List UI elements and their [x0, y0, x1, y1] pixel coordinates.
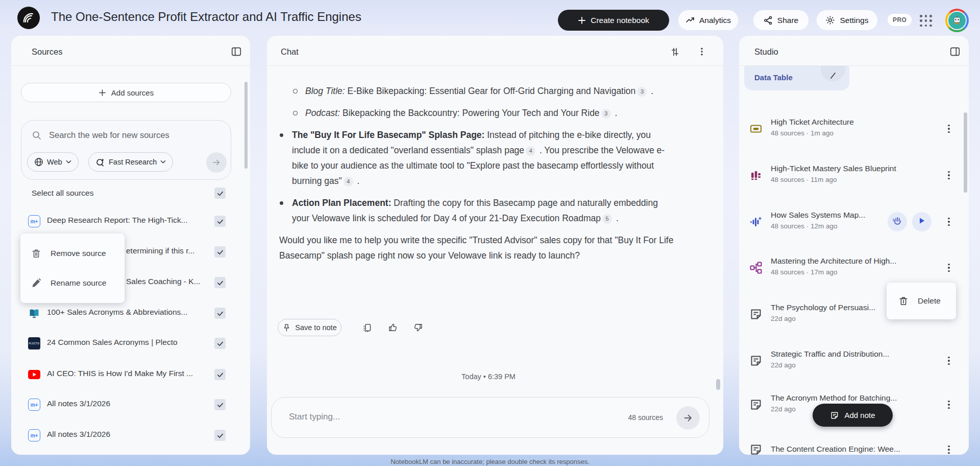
citation-badge[interactable]: 4: [526, 146, 535, 156]
search-input[interactable]: Search the web for new sources: [49, 130, 169, 140]
studio-item-title: Mastering the Architecture of High...: [771, 257, 924, 266]
play-button[interactable]: [912, 212, 932, 231]
notebook-title[interactable]: The One-Sentence Profit Extractor and AI…: [51, 10, 361, 24]
settings-label: Settings: [840, 16, 868, 25]
source-checkbox[interactable]: [214, 399, 226, 410]
send-button[interactable]: [676, 406, 700, 430]
source-checkbox[interactable]: [214, 308, 226, 319]
rename-source-menu-item[interactable]: Rename source: [20, 268, 125, 298]
source-checkbox[interactable]: [214, 246, 226, 258]
more-options-icon[interactable]: [942, 398, 955, 411]
account-avatar[interactable]: [945, 9, 969, 32]
data-table-label: Data Table: [754, 73, 793, 82]
chat-more-options-icon[interactable]: [695, 45, 708, 58]
source-row[interactable]: 100+ Sales Acronyms & Abbreviations...: [11, 301, 250, 325]
text-segment: E-Bike Bikepacking: Essential Gear for O…: [345, 86, 636, 96]
studio-item-row[interactable]: Mastering the Architecture of High...48 …: [739, 254, 969, 281]
data-table-tile[interactable]: Data Table: [744, 66, 849, 90]
select-all-checkbox[interactable]: [214, 188, 226, 199]
plecto-icon: PLECTO: [28, 337, 40, 350]
text-segment: .: [612, 108, 618, 118]
source-row[interactable]: PLECTO24 Common Sales Acronyms | Plecto: [11, 331, 250, 356]
chat-message: The "Buy It For Life Basecamp" Splash Pa…: [273, 127, 676, 189]
analytics-button[interactable]: Analytics: [678, 10, 739, 31]
pencil-tip-icon: [829, 70, 837, 81]
more-options-icon[interactable]: [942, 443, 955, 455]
studio-item-row[interactable]: Strategic Traffic and Distribution...22d…: [739, 347, 969, 374]
more-options-icon[interactable]: [942, 122, 955, 135]
chat-scrollbar[interactable]: [716, 379, 720, 390]
source-checkbox[interactable]: [214, 430, 226, 441]
studio-scrollbar[interactable]: [964, 112, 967, 193]
sources-panel-title: Sources: [32, 47, 63, 57]
studio-item-row[interactable]: High Ticket Architecture48 sources · 1m …: [739, 115, 969, 142]
thumbs-up-icon[interactable]: [386, 320, 400, 335]
research-mode-dropdown[interactable]: Fast Research: [88, 152, 173, 172]
copy-icon[interactable]: [360, 320, 374, 335]
add-sources-button[interactable]: Add sources: [21, 83, 231, 102]
apps-grid-icon[interactable]: [919, 14, 933, 28]
web-scope-dropdown[interactable]: Web: [27, 152, 79, 172]
sources-scrollbar[interactable]: [244, 82, 248, 169]
text-segment: The "Buy It For Life Basecamp" Splash Pa…: [292, 130, 484, 140]
edit-circle-button[interactable]: [821, 66, 845, 81]
more-options-icon[interactable]: [942, 169, 955, 182]
remove-source-menu-item[interactable]: Remove source: [20, 239, 125, 268]
source-checkbox[interactable]: [214, 277, 226, 288]
notebooklm-logo-icon[interactable]: [17, 7, 40, 29]
more-options-icon[interactable]: [942, 215, 955, 228]
globe-icon: [34, 157, 43, 167]
flashcards-icon: [749, 122, 763, 135]
source-title: Sales Coaching - K...: [126, 277, 213, 286]
collapse-panel-icon[interactable]: [948, 45, 962, 58]
pin-icon: [282, 323, 291, 332]
save-to-note-button[interactable]: Save to note: [278, 319, 341, 336]
trash-icon: [898, 295, 909, 307]
studio-item-row[interactable]: High-Ticket Mastery Sales Blueprint48 so…: [739, 162, 969, 189]
note-icon: [749, 308, 763, 321]
chat-settings-icon[interactable]: [668, 45, 681, 58]
studio-item-meta: 48 sources · 17m ago: [771, 268, 838, 276]
citation-badge[interactable]: 4: [344, 177, 353, 187]
delete-menu-item[interactable]: Delete: [887, 283, 941, 319]
notebook-icon: m+: [28, 215, 40, 227]
plus-icon: [99, 89, 106, 97]
source-checkbox[interactable]: [214, 369, 226, 380]
more-options-icon[interactable]: [942, 354, 955, 367]
chevron-down-icon: [160, 160, 166, 164]
share-button[interactable]: Share: [753, 10, 809, 31]
citation-badge[interactable]: 3: [637, 87, 647, 97]
source-row[interactable]: m+All notes 3/1/2026: [11, 423, 250, 448]
source-title: All notes 3/1/2026: [47, 430, 209, 439]
web-scope-label: Web: [47, 158, 62, 166]
notebook-icon: m+: [28, 429, 40, 441]
chat-input-placeholder[interactable]: Start typing...: [289, 412, 340, 422]
chat-input-box[interactable]: Start typing... 48 sources: [271, 397, 709, 438]
add-note-button[interactable]: Add note: [813, 404, 893, 427]
chat-body: Blog Title: E-Bike Bikepacking: Essentia…: [267, 66, 723, 455]
thumbs-down-icon[interactable]: [411, 320, 425, 335]
studio-item-row[interactable]: The Content Creation Engine: Wee...: [739, 436, 969, 455]
chat-panel-title: Chat: [281, 47, 299, 57]
source-row[interactable]: m+All notes 3/1/2026: [11, 392, 250, 417]
interactive-mode-button[interactable]: [888, 212, 907, 231]
source-row[interactable]: m+Deep Research Report: The High-Tick...: [11, 209, 250, 234]
source-checkbox[interactable]: [214, 216, 226, 227]
text-segment: Would you like me to help you write the …: [279, 235, 673, 261]
analytics-label: Analytics: [699, 16, 731, 25]
chat-panel: Chat Blog Title: E-Bike Bikepacking: Ess…: [267, 36, 723, 455]
citation-badge[interactable]: 3: [601, 109, 611, 119]
more-options-icon[interactable]: [942, 261, 955, 274]
source-checkbox[interactable]: [214, 338, 226, 349]
delete-label: Delete: [918, 296, 941, 306]
studio-item-row[interactable]: How Sales Systems Map...48 sources · 12m…: [739, 208, 969, 235]
citation-badge[interactable]: 5: [602, 214, 612, 224]
settings-button[interactable]: Settings: [816, 10, 878, 31]
create-notebook-button[interactable]: Create notebook: [558, 10, 669, 31]
studio-panel-title: Studio: [754, 47, 778, 57]
studio-panel: Studio Data Table High Ticket Architectu…: [739, 36, 969, 455]
collapse-panel-icon[interactable]: [230, 45, 243, 58]
source-row[interactable]: AI CEO: THIS is How I'd Make My First ..…: [11, 362, 250, 387]
search-icon: [32, 130, 42, 143]
search-submit-button[interactable]: [206, 152, 227, 173]
